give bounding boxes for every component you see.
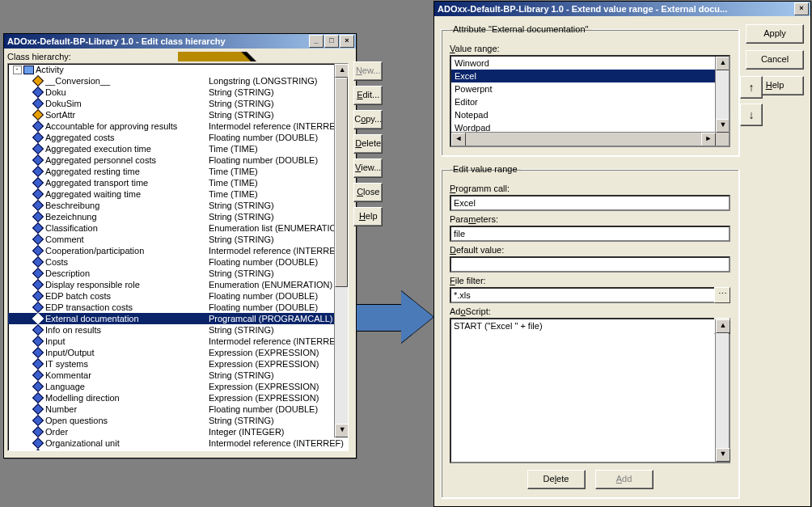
tree-row[interactable]: Aggregated transport timeTime (TIME): [8, 177, 348, 188]
tree-row[interactable]: InputIntermodel reference (INTERREF): [8, 336, 348, 347]
tree-row[interactable]: BeschreibungString (STRING): [8, 200, 348, 211]
tree-row[interactable]: Display responsible roleEnumeration (ENU…: [8, 279, 348, 290]
delete-button[interactable]: Delete: [353, 134, 383, 154]
file-filter-input[interactable]: [450, 287, 730, 303]
add-value-button[interactable]: Add: [595, 470, 653, 489]
cancel-button[interactable]: Cancel: [746, 50, 804, 70]
tree-row[interactable]: EDP transaction costsFloating number (DO…: [8, 302, 348, 313]
scroll-down-icon[interactable]: ▼: [716, 448, 730, 462]
tree-row[interactable]: __Conversion__Longstring (LONGSTRING): [8, 75, 348, 87]
close-window-button[interactable]: ×: [794, 2, 809, 15]
tree-row[interactable]: Cooperation/participationIntermodel refe…: [8, 245, 348, 256]
default-value-input[interactable]: [450, 256, 730, 273]
scroll-down-icon[interactable]: ▼: [335, 424, 349, 437]
tree-row[interactable]: IT systemsExpression (EXPRESSION): [8, 358, 348, 370]
parameters-input[interactable]: [450, 226, 730, 242]
tree-row[interactable]: CostsFloating number (DOUBLE): [8, 256, 348, 268]
scroll-right-icon[interactable]: ►: [701, 133, 716, 146]
scroll-up-icon[interactable]: ▲: [716, 57, 730, 70]
scroll-left-icon[interactable]: ◄: [451, 133, 466, 146]
attr-name: Kommentar: [44, 370, 207, 380]
close-button[interactable]: Close: [353, 183, 383, 202]
tree-row[interactable]: Modelling directionExpression (EXPRESSIO…: [8, 392, 348, 403]
value-range-list[interactable]: WinwordExcelPowerpntEditorNotepadWordpad…: [450, 55, 730, 147]
program-call-input[interactable]: [450, 195, 730, 211]
tree-row[interactable]: OutputIntermodel reference (INTERREF): [8, 449, 348, 451]
pencil-icon[interactable]: [178, 52, 349, 61]
tree-row[interactable]: SortAttrString (STRING): [8, 109, 348, 120]
program-call-label: Programm call:: [450, 184, 730, 193]
help-button[interactable]: Help: [353, 207, 383, 226]
list-horizontal-scrollbar[interactable]: ◄ ►: [451, 132, 716, 146]
attr-name: __Conversion__: [44, 76, 207, 86]
tree-row[interactable]: Aggregated waiting timeTime (TIME): [8, 188, 348, 200]
tree-row[interactable]: Organizational unitIntermodel reference …: [8, 437, 348, 449]
attr-type: String (STRING): [207, 268, 348, 278]
tree-row[interactable]: External documentationProgramcall (PROGR…: [8, 313, 348, 324]
minimize-button[interactable]: _: [309, 35, 324, 48]
tree-row[interactable]: OrderInteger (INTEGER): [8, 426, 348, 437]
attr-type: Time (TIME): [207, 189, 348, 199]
attr-name: Aggregated costs: [44, 133, 207, 142]
attr-type: Floating number (DOUBLE): [207, 291, 348, 301]
list-item[interactable]: Powerpnt: [451, 82, 729, 95]
list-item[interactable]: Excel: [451, 70, 729, 82]
tree-row[interactable]: ClassificationEnumeration list (ENUMERAT…: [8, 222, 348, 234]
attr-type: Intermodel reference (INTERREF): [207, 336, 348, 346]
attr-name: IT systems: [44, 359, 207, 369]
apply-button[interactable]: Apply: [746, 24, 804, 44]
tree-row[interactable]: NumberFloating number (DOUBLE): [8, 403, 348, 415]
tree-vertical-scrollbar[interactable]: ▲ ▼: [334, 64, 348, 437]
tree-row[interactable]: BezeichnungString (STRING): [8, 211, 348, 222]
list-item[interactable]: Winword: [451, 57, 729, 70]
tree-row[interactable]: Aggregated costsFloating number (DOUBLE): [8, 132, 348, 143]
attr-type: Intermodel reference (INTERREF): [207, 121, 348, 131]
tree-row[interactable]: EDP batch costsFloating number (DOUBLE): [8, 290, 348, 302]
attr-type: Intermodel reference (INTERREF): [207, 450, 348, 451]
attr-name: Language: [44, 382, 207, 391]
attr-type: Floating number (DOUBLE): [207, 302, 348, 312]
file-filter-expand-button[interactable]: ⋯: [714, 287, 730, 303]
adoscript-vertical-scrollbar[interactable]: ▲ ▼: [715, 319, 729, 462]
tree-row[interactable]: Input/OutputExpression (EXPRESSION): [8, 347, 348, 358]
arrow-icon: [356, 291, 433, 343]
view-button[interactable]: View...: [353, 158, 383, 178]
tree-row[interactable]: DescriptionString (STRING): [8, 268, 348, 279]
attr-type: String (STRING): [207, 325, 348, 335]
tree-row[interactable]: Aggregated personnel costsFloating numbe…: [8, 154, 348, 166]
list-item[interactable]: Notepad: [451, 108, 729, 121]
tree-row[interactable]: DokuSimString (STRING): [8, 98, 348, 109]
move-up-button[interactable]: ↑: [740, 76, 763, 99]
attr-type: Intermodel reference (INTERREF): [207, 438, 348, 448]
tree-row[interactable]: Info on resultsString (STRING): [8, 324, 348, 336]
list-item[interactable]: Editor: [451, 95, 729, 108]
copy-button[interactable]: Copy...: [353, 110, 383, 129]
scroll-up-icon[interactable]: ▲: [716, 319, 730, 333]
attr-type: Floating number (DOUBLE): [207, 257, 348, 267]
close-window-button[interactable]: ×: [340, 35, 354, 48]
move-down-button[interactable]: ↓: [740, 104, 763, 126]
tree-root-activity[interactable]: - Activity: [8, 64, 348, 75]
scroll-down-icon[interactable]: ▼: [716, 119, 730, 133]
tree-row[interactable]: Open questionsString (STRING): [8, 415, 348, 426]
tree-row[interactable]: Aggregated execution timeTime (TIME): [8, 143, 348, 154]
tree-row[interactable]: KommentarString (STRING): [8, 370, 348, 381]
attribute-legend: Attribute "External documentation": [450, 24, 591, 34]
adoscript-textarea[interactable]: [450, 318, 730, 463]
attr-type: Expression (EXPRESSION): [207, 382, 348, 391]
list-vertical-scrollbar[interactable]: ▲ ▼: [715, 57, 729, 133]
scroll-up-icon[interactable]: ▲: [335, 64, 349, 78]
maximize-button[interactable]: □: [324, 35, 339, 48]
attr-name: SortAttr: [44, 110, 207, 120]
delete-value-button[interactable]: Delete: [527, 470, 586, 489]
tree-row[interactable]: CommentString (STRING): [8, 234, 348, 245]
class-hierarchy-tree[interactable]: - Activity __Conversion__Longstring (LON…: [7, 63, 349, 451]
tree-row[interactable]: Aggregated resting timeTime (TIME): [8, 166, 348, 177]
attr-name: Description: [44, 268, 207, 278]
tree-row[interactable]: DokuString (STRING): [8, 87, 348, 98]
edit-button[interactable]: Edit...: [353, 86, 383, 105]
tree-row[interactable]: LanguageExpression (EXPRESSION): [8, 381, 348, 392]
new-button[interactable]: New...: [353, 61, 383, 81]
tree-row[interactable]: Accountable for approving resultsIntermo…: [8, 120, 348, 132]
attr-name: Info on results: [44, 325, 207, 335]
